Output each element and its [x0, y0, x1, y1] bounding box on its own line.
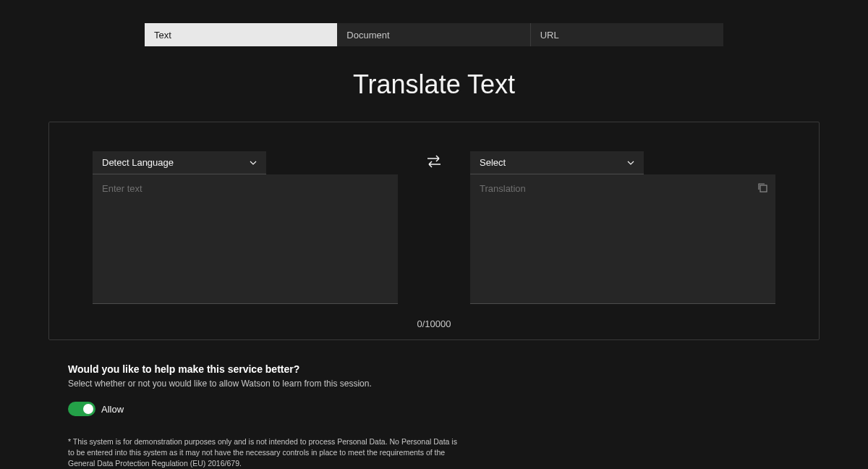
- source-textbox: [93, 174, 398, 304]
- allow-toggle[interactable]: [68, 402, 95, 416]
- copy-button[interactable]: [757, 182, 768, 196]
- toggle-knob: [83, 404, 93, 414]
- translate-panel: Detect Language Select: [48, 122, 820, 340]
- target-textbox: Translation: [470, 174, 775, 304]
- character-counter: 0/10000: [93, 318, 775, 329]
- feedback-subtitle: Select whether or not you would like to …: [68, 379, 459, 389]
- target-language-dropdown[interactable]: Select: [470, 151, 644, 174]
- target-language-label: Select: [480, 157, 506, 168]
- target-output: Translation: [470, 174, 775, 203]
- copy-icon: [757, 182, 768, 193]
- toggle-label: Allow: [101, 404, 124, 415]
- source-panel: Detect Language: [93, 151, 398, 304]
- disclaimer-text: * This system is for demonstration purpo…: [68, 436, 459, 469]
- swap-icon: [425, 154, 443, 169]
- feedback-title: Would you like to help make this service…: [68, 363, 459, 375]
- mode-tabs: Text Document URL: [145, 23, 723, 46]
- source-language-label: Detect Language: [102, 157, 174, 168]
- source-input[interactable]: [93, 174, 398, 303]
- swap-languages-button[interactable]: [420, 151, 448, 169]
- tab-document[interactable]: Document: [337, 23, 529, 46]
- tab-text[interactable]: Text: [145, 23, 337, 46]
- chevron-down-icon: [627, 161, 634, 165]
- source-language-dropdown[interactable]: Detect Language: [93, 151, 266, 174]
- target-panel: Select Translation: [470, 151, 775, 304]
- svg-rect-0: [760, 185, 767, 192]
- chevron-down-icon: [250, 161, 257, 165]
- tab-url[interactable]: URL: [530, 23, 723, 46]
- page-title: Translate Text: [0, 69, 868, 100]
